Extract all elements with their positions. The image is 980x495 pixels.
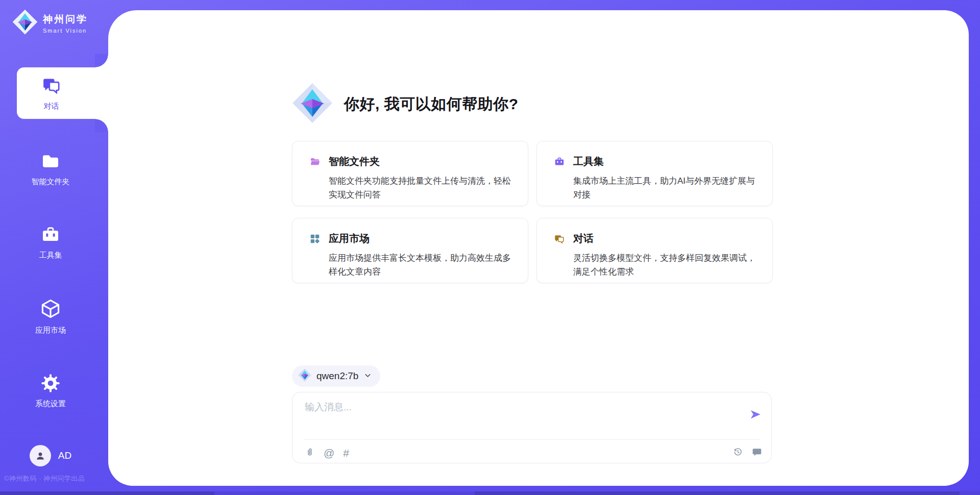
briefcase-icon xyxy=(40,225,61,247)
gear-icon xyxy=(40,373,61,395)
chat-bubble-icon xyxy=(752,447,762,459)
sidebar-item-app-market[interactable]: 应用市场 xyxy=(0,298,108,335)
cube-icon xyxy=(39,298,62,322)
folder-open-icon xyxy=(309,156,321,167)
card-title: 智能文件夹 xyxy=(329,155,380,168)
attach-file-button[interactable] xyxy=(305,447,315,459)
brand-diamond-icon xyxy=(12,9,38,37)
sidebar-item-chat[interactable]: 对话 xyxy=(17,67,108,119)
scrollbar-thumb[interactable] xyxy=(0,491,214,495)
app-root: 你好, 我可以如何帮助你? 智能文件夹 智能文件夹功能支持批量文件上传与清洗，轻… xyxy=(0,0,980,495)
card-description: 灵活切换多模型文件，支持多样回复效果调试，满足个性化需求 xyxy=(573,251,762,279)
card-description: 智能文件夹功能支持批量文件上传与清洗，轻松实现文件问答 xyxy=(329,174,518,202)
sidebar-item-smart-folder[interactable]: 智能文件夹 xyxy=(0,151,108,187)
chevron-down-icon xyxy=(363,371,372,382)
main-panel: 你好, 我可以如何帮助你? 智能文件夹 智能文件夹功能支持批量文件上传与清洗，轻… xyxy=(108,10,969,486)
app-grid-icon xyxy=(309,233,321,244)
card-smart-folder[interactable]: 智能文件夹 智能文件夹功能支持批量文件上传与清洗，轻松实现文件问答 xyxy=(292,141,528,206)
copyright-text: ©神州数码 · 神州问学出品 xyxy=(4,474,121,483)
brand-subtitle: Smart Vision xyxy=(43,28,88,34)
at-icon: @ xyxy=(324,448,334,458)
tab-fillet-bottom xyxy=(95,119,108,132)
assistant-logo-icon xyxy=(292,83,333,126)
card-title: 工具集 xyxy=(573,155,604,168)
composer-divider xyxy=(304,439,760,440)
send-button[interactable] xyxy=(749,408,762,421)
model-selector[interactable]: qwen2:7b xyxy=(292,365,380,387)
topic-button[interactable]: # xyxy=(343,448,349,458)
paperclip-icon xyxy=(305,447,315,459)
scrollbar-thumb[interactable] xyxy=(475,491,960,495)
tab-fillet-top xyxy=(95,54,108,67)
sidebar-item-label: 系统设置 xyxy=(35,399,66,409)
card-title: 应用市场 xyxy=(329,232,370,245)
avatar xyxy=(30,445,51,466)
folder-icon xyxy=(40,151,61,174)
card-description: 集成市场上主流工具，助力AI与外界无缝扩展与对接 xyxy=(573,174,762,202)
card-chat[interactable]: 对话 灵活切换多模型文件，支持多样回复效果调试，满足个性化需求 xyxy=(536,218,773,283)
sidebar-item-label: 对话 xyxy=(44,102,59,111)
hash-icon: # xyxy=(343,448,349,458)
card-toolset[interactable]: 工具集 集成市场上主流工具，助力AI与外界无缝扩展与对接 xyxy=(536,141,773,206)
user-initials: AD xyxy=(58,450,71,461)
chat-bubbles-icon xyxy=(554,233,565,244)
model-name: qwen2:7b xyxy=(316,370,358,382)
briefcase-icon xyxy=(554,156,565,167)
greeting: 你好, 我可以如何帮助你? xyxy=(292,83,519,126)
shortcut-cards: 智能文件夹 智能文件夹功能支持批量文件上传与清洗，轻松实现文件问答 工具集 集成… xyxy=(292,141,773,283)
chat-bubbles-icon xyxy=(41,75,62,97)
quick-chat-button[interactable] xyxy=(752,447,762,459)
sidebar-item-settings[interactable]: 系统设置 xyxy=(0,373,108,409)
card-title: 对话 xyxy=(573,232,594,245)
model-logo-icon xyxy=(298,368,311,384)
sidebar-item-label: 应用市场 xyxy=(35,326,66,335)
greeting-title: 你好, 我可以如何帮助你? xyxy=(344,94,519,115)
sidebar-item-label: 智能文件夹 xyxy=(32,177,70,187)
history-icon xyxy=(732,447,743,459)
brand-logo: 神州问学 Smart Vision xyxy=(12,9,88,37)
card-app-market[interactable]: 应用市场 应用市场提供丰富长文本模板，助力高效生成多样化文章内容 xyxy=(292,218,528,283)
message-input[interactable] xyxy=(305,401,723,433)
card-description: 应用市场提供丰富长文本模板，助力高效生成多样化文章内容 xyxy=(329,251,518,279)
user-account[interactable]: AD xyxy=(0,445,108,466)
mention-button[interactable]: @ xyxy=(324,448,334,458)
message-composer: @ # xyxy=(292,392,772,463)
horizontal-scrollbar[interactable] xyxy=(0,491,980,495)
sidebar-item-toolset[interactable]: 工具集 xyxy=(0,225,108,260)
history-button[interactable] xyxy=(732,447,743,459)
sidebar-item-label: 工具集 xyxy=(39,251,62,260)
brand-name: 神州问学 xyxy=(43,13,88,26)
composer-toolbar: @ # xyxy=(305,445,762,460)
